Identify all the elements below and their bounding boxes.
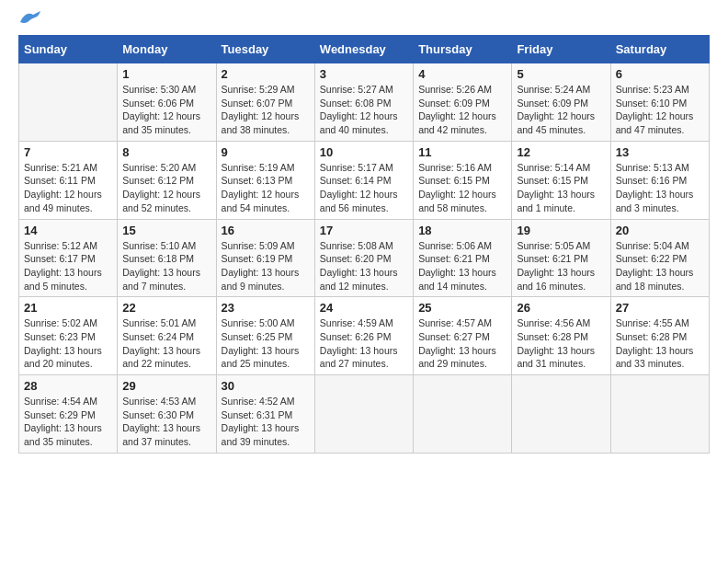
calendar-week-row: 21Sunrise: 5:02 AMSunset: 6:23 PMDayligh… <box>19 297 710 375</box>
weekday-header-tuesday: Tuesday <box>216 36 314 63</box>
calendar-cell: 24Sunrise: 4:59 AMSunset: 6:26 PMDayligh… <box>314 297 413 375</box>
calendar-cell: 25Sunrise: 4:57 AMSunset: 6:27 PMDayligh… <box>414 297 512 375</box>
logo <box>18 18 40 26</box>
calendar-cell: 30Sunrise: 4:52 AMSunset: 6:31 PMDayligh… <box>216 375 314 454</box>
calendar-cell <box>19 63 118 142</box>
calendar-cell: 29Sunrise: 4:53 AMSunset: 6:30 PMDayligh… <box>118 375 216 454</box>
day-info: Sunrise: 4:57 AMSunset: 6:27 PMDaylight:… <box>418 316 506 371</box>
day-number: 18 <box>418 224 506 237</box>
calendar-cell: 11Sunrise: 5:16 AMSunset: 6:15 PMDayligh… <box>414 141 512 219</box>
calendar-week-row: 14Sunrise: 5:12 AMSunset: 6:17 PMDayligh… <box>19 219 710 297</box>
calendar-cell: 10Sunrise: 5:17 AMSunset: 6:14 PMDayligh… <box>314 141 413 219</box>
day-info: Sunrise: 5:13 AMSunset: 6:16 PMDaylight:… <box>616 161 704 215</box>
day-info: Sunrise: 5:12 AMSunset: 6:17 PMDaylight:… <box>24 239 112 293</box>
day-info: Sunrise: 5:09 AMSunset: 6:19 PMDaylight:… <box>222 239 310 293</box>
calendar-cell: 12Sunrise: 5:14 AMSunset: 6:15 PMDayligh… <box>512 141 610 219</box>
day-info: Sunrise: 5:01 AMSunset: 6:24 PMDaylight:… <box>122 316 210 371</box>
day-info: Sunrise: 5:14 AMSunset: 6:15 PMDaylight:… <box>517 161 605 215</box>
calendar-cell: 14Sunrise: 5:12 AMSunset: 6:17 PMDayligh… <box>19 219 118 297</box>
day-number: 16 <box>222 224 310 237</box>
calendar-cell <box>314 375 413 454</box>
day-number: 2 <box>222 67 310 81</box>
weekday-header-thursday: Thursday <box>414 36 512 63</box>
calendar-body: 1Sunrise: 5:30 AMSunset: 6:06 PMDaylight… <box>19 63 710 454</box>
day-info: Sunrise: 5:17 AMSunset: 6:14 PMDaylight:… <box>320 161 408 215</box>
calendar-cell: 1Sunrise: 5:30 AMSunset: 6:06 PMDaylight… <box>118 63 216 142</box>
calendar-cell: 16Sunrise: 5:09 AMSunset: 6:19 PMDayligh… <box>216 219 314 297</box>
day-number: 20 <box>616 224 704 237</box>
calendar-cell: 21Sunrise: 5:02 AMSunset: 6:23 PMDayligh… <box>19 297 118 375</box>
calendar-cell: 22Sunrise: 5:01 AMSunset: 6:24 PMDayligh… <box>118 297 216 375</box>
day-info: Sunrise: 5:06 AMSunset: 6:21 PMDaylight:… <box>418 239 506 293</box>
calendar-cell: 23Sunrise: 5:00 AMSunset: 6:25 PMDayligh… <box>216 297 314 375</box>
day-number: 3 <box>320 67 408 81</box>
calendar-cell: 3Sunrise: 5:27 AMSunset: 6:08 PMDaylight… <box>314 63 413 142</box>
day-info: Sunrise: 5:20 AMSunset: 6:12 PMDaylight:… <box>122 161 210 215</box>
day-info: Sunrise: 5:08 AMSunset: 6:20 PMDaylight:… <box>320 239 408 293</box>
day-number: 23 <box>222 301 310 315</box>
day-info: Sunrise: 5:04 AMSunset: 6:22 PMDaylight:… <box>616 239 704 293</box>
day-info: Sunrise: 5:05 AMSunset: 6:21 PMDaylight:… <box>517 239 605 293</box>
weekday-header-saturday: Saturday <box>610 36 709 63</box>
day-info: Sunrise: 5:16 AMSunset: 6:15 PMDaylight:… <box>418 161 506 215</box>
calendar-cell: 26Sunrise: 4:56 AMSunset: 6:28 PMDayligh… <box>512 297 610 375</box>
day-number: 11 <box>418 145 506 159</box>
calendar-cell <box>512 375 610 454</box>
day-number: 24 <box>320 301 408 315</box>
day-info: Sunrise: 5:30 AMSunset: 6:06 PMDaylight:… <box>122 83 210 137</box>
weekday-header-row: SundayMondayTuesdayWednesdayThursdayFrid… <box>19 36 710 63</box>
calendar-cell <box>414 375 512 454</box>
calendar-cell: 8Sunrise: 5:20 AMSunset: 6:12 PMDaylight… <box>118 141 216 219</box>
calendar-week-row: 1Sunrise: 5:30 AMSunset: 6:06 PMDaylight… <box>19 63 710 142</box>
day-number: 19 <box>517 224 605 237</box>
calendar-cell: 27Sunrise: 4:55 AMSunset: 6:28 PMDayligh… <box>610 297 709 375</box>
day-info: Sunrise: 5:26 AMSunset: 6:09 PMDaylight:… <box>418 83 506 137</box>
day-number: 17 <box>320 224 408 237</box>
calendar-week-row: 28Sunrise: 4:54 AMSunset: 6:29 PMDayligh… <box>19 375 710 454</box>
day-info: Sunrise: 4:59 AMSunset: 6:26 PMDaylight:… <box>320 316 408 371</box>
day-info: Sunrise: 5:27 AMSunset: 6:08 PMDaylight:… <box>320 83 408 137</box>
day-info: Sunrise: 5:00 AMSunset: 6:25 PMDaylight:… <box>222 316 310 371</box>
calendar-cell: 20Sunrise: 5:04 AMSunset: 6:22 PMDayligh… <box>610 219 709 297</box>
day-info: Sunrise: 4:53 AMSunset: 6:30 PMDaylight:… <box>122 395 210 449</box>
day-info: Sunrise: 4:55 AMSunset: 6:28 PMDaylight:… <box>616 316 704 371</box>
day-number: 6 <box>616 67 704 81</box>
calendar-cell: 13Sunrise: 5:13 AMSunset: 6:16 PMDayligh… <box>610 141 709 219</box>
day-number: 8 <box>122 145 210 159</box>
day-number: 22 <box>122 301 210 315</box>
calendar-cell: 17Sunrise: 5:08 AMSunset: 6:20 PMDayligh… <box>314 219 413 297</box>
calendar-cell: 19Sunrise: 5:05 AMSunset: 6:21 PMDayligh… <box>512 219 610 297</box>
day-number: 21 <box>24 301 112 315</box>
day-number: 14 <box>24 224 112 237</box>
day-info: Sunrise: 5:23 AMSunset: 6:10 PMDaylight:… <box>616 83 704 137</box>
day-number: 29 <box>122 379 210 393</box>
calendar-cell: 28Sunrise: 4:54 AMSunset: 6:29 PMDayligh… <box>19 375 118 454</box>
calendar-cell: 6Sunrise: 5:23 AMSunset: 6:10 PMDaylight… <box>610 63 709 142</box>
day-number: 30 <box>222 379 310 393</box>
day-info: Sunrise: 5:19 AMSunset: 6:13 PMDaylight:… <box>222 161 310 215</box>
calendar-cell: 18Sunrise: 5:06 AMSunset: 6:21 PMDayligh… <box>414 219 512 297</box>
day-number: 1 <box>122 67 210 81</box>
day-number: 28 <box>24 379 112 393</box>
day-number: 13 <box>616 145 704 159</box>
weekday-header-sunday: Sunday <box>19 36 118 63</box>
calendar-cell: 2Sunrise: 5:29 AMSunset: 6:07 PMDaylight… <box>216 63 314 142</box>
calendar-cell: 4Sunrise: 5:26 AMSunset: 6:09 PMDaylight… <box>414 63 512 142</box>
day-number: 25 <box>418 301 506 315</box>
page-header <box>18 18 710 26</box>
day-info: Sunrise: 5:24 AMSunset: 6:09 PMDaylight:… <box>517 83 605 137</box>
calendar-cell: 7Sunrise: 5:21 AMSunset: 6:11 PMDaylight… <box>19 141 118 219</box>
calendar-week-row: 7Sunrise: 5:21 AMSunset: 6:11 PMDaylight… <box>19 141 710 219</box>
calendar-cell: 15Sunrise: 5:10 AMSunset: 6:18 PMDayligh… <box>118 219 216 297</box>
day-number: 15 <box>122 224 210 237</box>
day-info: Sunrise: 5:10 AMSunset: 6:18 PMDaylight:… <box>122 239 210 293</box>
day-info: Sunrise: 5:29 AMSunset: 6:07 PMDaylight:… <box>222 83 310 137</box>
day-number: 10 <box>320 145 408 159</box>
logo-bird-icon <box>20 11 40 26</box>
day-number: 12 <box>517 145 605 159</box>
day-number: 7 <box>24 145 112 159</box>
day-number: 4 <box>418 67 506 81</box>
calendar-cell <box>610 375 709 454</box>
day-number: 5 <box>517 67 605 81</box>
weekday-header-friday: Friday <box>512 36 610 63</box>
